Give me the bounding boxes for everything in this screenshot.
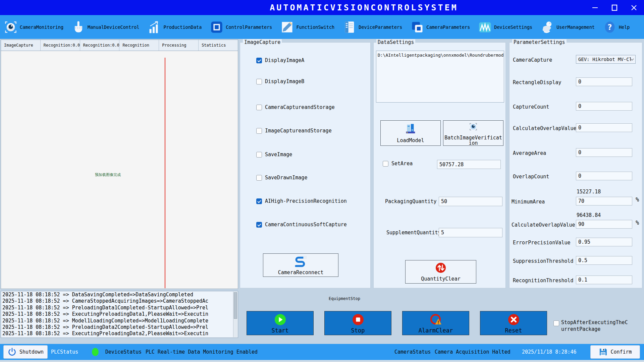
recognition-threshold-label: RecognitionThreshold [513,278,574,284]
supplement-quantity-label: SupplementQuantity [386,230,441,236]
tab-recognition-time-2[interactable]: Recognition:0.0ms [80,40,120,51]
checkbox-box[interactable] [256,79,262,84]
batch-image-verification-button[interactable]: BatchImageVerification [443,120,503,146]
model-path-box[interactable]: D:\AIntelligentpackaging\onnxmodel\Round… [376,51,504,103]
checkbox-camera-capture-storage[interactable]: CameraCaptureandStorage [256,104,335,110]
minimum-area-input[interactable] [576,197,632,205]
tab-processing[interactable]: Processing [159,40,199,51]
checkbox-save-drawn-image[interactable]: SaveDrawnImage [256,175,307,181]
log-line: 2025-11-18 08:18:52 => ExecutingPreloadi… [2,330,236,337]
checkbox-box[interactable] [256,175,262,181]
set-area-input[interactable] [437,160,501,169]
camera-capture-select[interactable]: GEV: Hikrobot MV-Cl [576,55,636,64]
toolbar-item-label: ManualDeviceControl [88,24,139,30]
shutdown-button[interactable]: Shutdown [3,345,48,359]
capture-count-label: CaptureCount [513,104,549,110]
checkbox-display-image-b[interactable]: DisplayImageB [256,78,304,84]
toolbar-item-device-settings[interactable]: DeviceSettings [478,20,532,34]
checkbox-continuous-soft-capture[interactable]: CameraContinuousSoftCapture [256,222,347,228]
confirm-button[interactable]: Confirm [590,345,640,359]
quantity-clear-button[interactable]: QuantityClear [405,260,476,284]
shutdown-label: Shutdown [19,349,44,355]
toolbar-item-camera-monitoring[interactable]: CameraMonitoring [4,20,63,34]
start-button[interactable]: Start [247,311,314,335]
checkbox-box[interactable] [256,222,262,228]
checkbox-box[interactable] [256,128,262,134]
suppression-threshold-input[interactable] [576,256,632,265]
tab-recognition[interactable]: Recognition [119,40,159,51]
checkbox-box[interactable] [383,161,388,167]
checkbox-display-image-a[interactable]: DisplayImageA [256,57,304,63]
overlap-count-input[interactable] [576,172,632,180]
checkbox-box[interactable] [256,58,262,63]
equipment-stop-label: EquipmentStop [329,296,360,301]
camera-capture-value: GEV: Hikrobot MV-Cl [578,57,631,62]
average-area-input[interactable] [576,148,632,157]
plc-status-label: PLCStatus [51,349,78,355]
clear-arrows-icon [435,262,447,275]
tab-recognition-time-1[interactable]: Recognition:0.0ms [41,40,80,51]
canvas-status-message: 预加载图像完成 [95,172,121,177]
toolbar-item-help[interactable]: ? Help [603,20,630,34]
reset-button[interactable]: Reset [480,311,547,335]
data-settings-panel: DataSettings D:\AIntelligentpackaging\on… [373,42,506,288]
log-line: 2025-11-18 08:18:52 => DataSavingComplet… [2,292,236,298]
calculate-overlap-value-label: CalculateOverlapValue [513,125,577,131]
close-icon[interactable] [629,2,639,13]
stop-after-current-package-checkbox[interactable]: StopAfterExecutingTheCurrentPackage [553,319,634,333]
toolbar-item-function-switch[interactable]: FunctionSwitch [280,20,334,34]
toolbar-item-production-data[interactable]: ProductionData [148,20,202,34]
checkbox-save-image[interactable]: SaveImage [256,152,292,158]
camera-status-message: Camera Acquisition Halted [435,349,511,355]
document-scroll-icon [343,20,356,34]
checkbox-box[interactable] [553,320,559,326]
tab-statistics[interactable]: Statistics [199,40,238,51]
checkbox-box[interactable] [256,105,262,110]
toolbar-item-user-management[interactable]: UserManagement [541,20,595,34]
set-area-checkbox[interactable]: SetArea [383,161,413,167]
toolbar-item-label: Help [619,24,630,30]
rectangle-display-input[interactable] [576,77,632,86]
checkbox-box[interactable] [256,152,262,158]
app-title: AUTOMATICVISIONCONTROLSYSTEM [0,0,644,15]
play-icon [274,313,286,327]
recognition-threshold-input[interactable] [576,276,632,284]
overlapping-windows-icon [411,20,424,34]
tab-image-capture[interactable]: ImageCapture [1,40,41,51]
minimum-area-label: MinimumArea [512,199,545,205]
minimize-icon[interactable] [590,2,600,13]
toolbar-item-camera-parameters[interactable]: CameraParameters [411,20,470,34]
calculate-overlap-value-input[interactable] [576,123,632,132]
error-precision-label: ErrorPrecisionValue [513,240,571,246]
toolbar-item-label: ControlParameters [226,24,272,30]
power-icon [7,347,17,357]
toolbar-item-manual-device-control[interactable]: ManualDeviceControl [72,20,139,34]
packaging-quantity-input[interactable] [439,197,502,206]
log-scrollbar[interactable] [233,292,237,337]
rectangle-display-label: RectangleDisplay [513,79,561,85]
toolbar-item-device-parameters[interactable]: DeviceParameters [343,20,402,34]
log-scrollbar-thumb[interactable] [234,292,237,319]
checkbox-box[interactable] [256,198,262,204]
average-area-label: AverageArea [513,150,546,156]
device-status-label: DeviceStatus [105,349,142,355]
hand-sphere-icon [541,20,554,34]
error-precision-input[interactable] [576,238,632,246]
alarm-clear-button[interactable]: AlarmClear [402,311,469,335]
event-log[interactable]: 2025-11-18 08:18:52 => DataSavingComplet… [1,291,238,338]
toolbar-item-label: DeviceSettings [494,24,532,30]
svg-text:?: ? [607,22,612,31]
stop-button[interactable]: Stop [324,311,391,335]
load-model-button[interactable]: LoadModel [380,120,441,146]
checkbox-image-capture-storage[interactable]: ImageCaptureandStorage [256,128,332,134]
capture-count-input[interactable] [576,102,632,111]
supplement-quantity-input[interactable] [439,228,502,237]
checkbox-ai-high-precision[interactable]: AIHigh-PrecisionRecognition [256,198,347,204]
toolbar-item-control-parameters[interactable]: ControlParameters [210,20,272,34]
calculate-overlap-percent-input[interactable] [576,220,632,229]
alarm-warning-icon [430,313,442,327]
maximize-icon[interactable] [609,2,620,13]
eye-viewfinder-icon [467,121,479,134]
camera-reconnect-button[interactable]: CameraReconnect [263,253,338,277]
calculate-overlap-percent-label: CalculateOverlapValue [512,222,575,228]
